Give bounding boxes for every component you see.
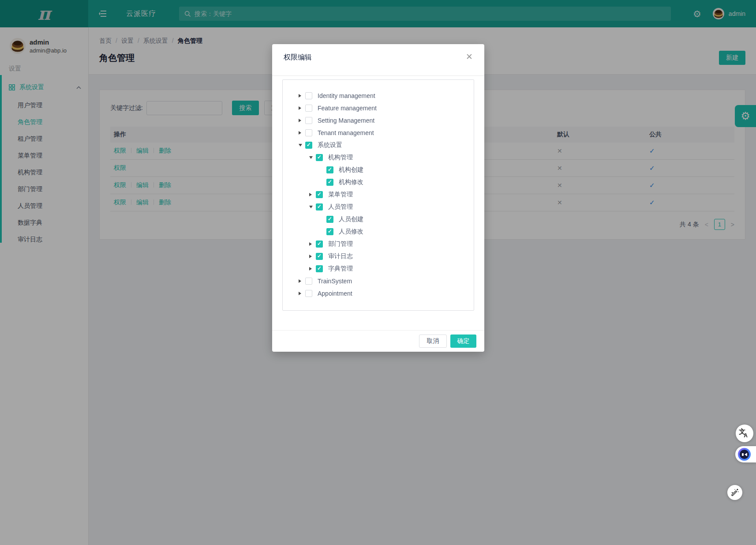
tree-item-label: 审计日志	[328, 252, 353, 260]
tree-checkbox[interactable]	[326, 216, 333, 223]
tree-checkbox[interactable]	[316, 203, 323, 210]
caret-down-icon[interactable]	[299, 144, 305, 147]
tree-item[interactable]: 人员管理	[283, 201, 474, 213]
ok-button[interactable]: 确定	[450, 335, 476, 348]
tree-item[interactable]: Tenant management	[283, 127, 474, 139]
cancel-button[interactable]: 取消	[419, 335, 447, 348]
tree-item[interactable]: 机构创建	[283, 164, 474, 176]
caret-right-icon[interactable]	[299, 106, 305, 110]
tree-checkbox[interactable]	[305, 290, 312, 297]
tree-checkbox[interactable]	[316, 241, 323, 248]
tree-item-label: 人员修改	[339, 228, 363, 236]
tree-item-label: Identity management	[318, 92, 375, 99]
tree-checkbox[interactable]	[316, 191, 323, 198]
caret-right-icon[interactable]	[299, 131, 305, 135]
tree-checkbox[interactable]	[316, 154, 323, 161]
caret-right-icon[interactable]	[299, 279, 305, 283]
caret-right-icon[interactable]	[299, 119, 305, 122]
caret-right-icon[interactable]	[309, 193, 316, 196]
tree-item-label: 机构修改	[339, 178, 363, 186]
assistant-fab[interactable]	[735, 446, 756, 462]
tree-item-label: 机构创建	[339, 166, 363, 174]
tree-checkbox[interactable]	[305, 142, 312, 149]
tree-item-label: Appointment	[318, 290, 352, 297]
tree-item[interactable]: 人员创建	[283, 213, 474, 226]
tree-checkbox[interactable]	[305, 105, 312, 112]
tree-item[interactable]: Feature management	[283, 102, 474, 114]
robot-icon	[738, 448, 751, 461]
caret-right-icon[interactable]	[309, 255, 316, 258]
tree-item-label: Setting Management	[318, 117, 374, 124]
caret-down-icon[interactable]	[309, 156, 316, 159]
tree-checkbox[interactable]	[326, 179, 333, 186]
tree-item-label: 系统设置	[318, 141, 342, 149]
tree-item[interactable]: 菜单管理	[283, 188, 474, 201]
tree-item-label: 人员管理	[328, 203, 353, 211]
tree-item-label: 字典管理	[328, 265, 353, 273]
tree-item[interactable]: 字典管理	[283, 263, 474, 275]
tree-item-label: 机构管理	[328, 154, 353, 162]
magic-wand-fab[interactable]	[727, 485, 742, 500]
tree-item-label: 人员创建	[339, 215, 363, 223]
tree-checkbox[interactable]	[326, 166, 333, 173]
modal-title: 权限编辑	[284, 53, 312, 62]
caret-right-icon[interactable]	[309, 267, 316, 271]
magic-wand-icon	[730, 488, 739, 497]
caret-right-icon[interactable]	[299, 292, 305, 295]
tree-item[interactable]: 机构管理	[283, 151, 474, 164]
caret-right-icon[interactable]	[309, 242, 316, 246]
permission-tree: Identity management Feature management S…	[282, 79, 474, 311]
tree-checkbox[interactable]	[305, 129, 312, 136]
tree-checkbox[interactable]	[316, 253, 323, 260]
tree-item-label: Feature management	[318, 105, 377, 112]
tree-checkbox[interactable]	[305, 92, 312, 99]
tree-item[interactable]: 部门管理	[283, 238, 474, 250]
caret-down-icon[interactable]	[309, 206, 316, 208]
tree-item[interactable]: Appointment	[283, 287, 474, 300]
tree-item[interactable]: 审计日志	[283, 250, 474, 263]
caret-right-icon[interactable]	[299, 94, 305, 98]
close-icon[interactable]: ✕	[466, 53, 473, 61]
tree-item-label: 部门管理	[328, 240, 353, 248]
tree-item[interactable]: 机构修改	[283, 176, 474, 188]
tree-checkbox[interactable]	[326, 228, 333, 235]
tree-item[interactable]: 系统设置	[283, 139, 474, 151]
tree-item[interactable]: 人员修改	[283, 226, 474, 238]
translate-fab[interactable]: 文 A	[736, 425, 753, 442]
tree-item-label: Tenant management	[318, 129, 374, 136]
tree-checkbox[interactable]	[305, 278, 312, 285]
tree-checkbox[interactable]	[316, 265, 323, 272]
tree-item-label: 菜单管理	[328, 191, 353, 199]
permission-edit-modal: 权限编辑 ✕ Identity management Feature manag…	[272, 44, 484, 352]
tree-checkbox[interactable]	[305, 117, 312, 124]
tree-item[interactable]: Setting Management	[283, 114, 474, 127]
tree-item[interactable]: TrainSystem	[283, 275, 474, 287]
tree-item[interactable]: Identity management	[283, 90, 474, 102]
tree-item-label: TrainSystem	[318, 278, 352, 285]
